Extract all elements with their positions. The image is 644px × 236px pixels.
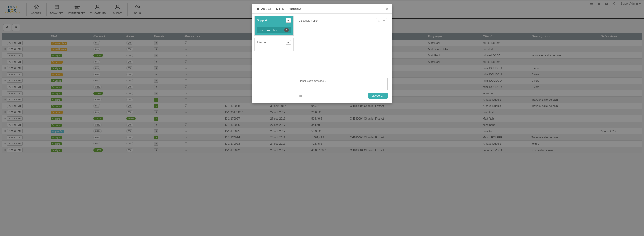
discussion-count: 0: [284, 28, 289, 32]
add-support-button[interactable]: +: [286, 18, 291, 23]
interne-title: Interne: [257, 41, 266, 44]
modal: DEVIS CLIENT D-1-180003 ✕ Support + Disc…: [252, 4, 392, 103]
svg-point-4: [378, 21, 378, 22]
discussion-tab-label: Discussion client: [259, 29, 278, 32]
add-interne-button[interactable]: +: [286, 40, 291, 45]
camera-icon[interactable]: [298, 94, 303, 98]
list-icon[interactable]: [381, 18, 387, 23]
message-input[interactable]: [298, 78, 388, 90]
close-icon[interactable]: ✕: [386, 7, 389, 11]
interne-panel: Interne +: [254, 38, 294, 51]
support-title: Support: [257, 19, 267, 22]
messages-area: [296, 25, 390, 76]
send-button[interactable]: ENVOYER: [368, 93, 387, 99]
support-panel: Support + Discussion client 0: [254, 16, 294, 36]
discussion-panel: Discussion client ENVOYER: [296, 16, 390, 101]
modal-title: DEVIS CLIENT D-1-180003: [256, 7, 301, 11]
rss-icon[interactable]: [376, 18, 381, 23]
discussion-title: Discussion client: [299, 19, 319, 22]
discussion-client-tab[interactable]: Discussion client 0: [257, 27, 291, 33]
svg-point-5: [300, 95, 301, 96]
